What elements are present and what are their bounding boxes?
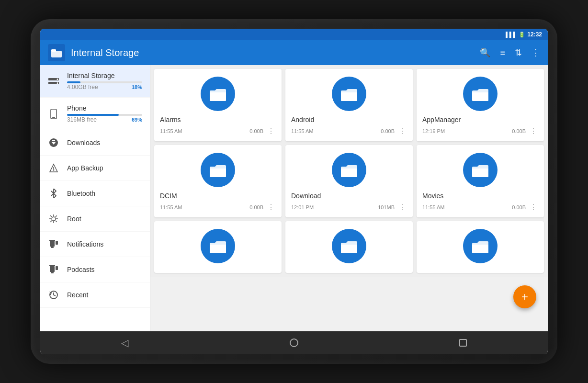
sidebar-item-phone[interactable]: Phone 316MB free 69% xyxy=(40,98,150,130)
bluetooth-label: Bluetooth xyxy=(67,190,95,197)
internal-storage-percent: 18% xyxy=(132,84,142,90)
app-bar-title: Internal Storage xyxy=(71,47,474,58)
internal-storage-sublabel: 4.00GB free xyxy=(67,84,98,90)
nav-home-button[interactable] xyxy=(283,331,305,354)
folder-download-icon xyxy=(332,153,366,187)
svg-rect-25 xyxy=(51,247,54,248)
folder-dcim-icon xyxy=(201,153,235,187)
folder-android-time: 11:55 AM xyxy=(291,128,378,134)
podcasts-label: Podcasts xyxy=(67,266,95,273)
svg-rect-26 xyxy=(56,241,58,245)
folder-movies-size: 0.00B xyxy=(512,204,526,210)
folder-dcim[interactable]: DCIM 11:55 AM 0.00B ⋮ xyxy=(154,145,282,217)
app-icon xyxy=(48,44,65,61)
sidebar-item-podcasts[interactable]: Podcasts xyxy=(40,257,150,282)
status-time: 12:32 xyxy=(527,31,542,38)
folder-partial-1-icon xyxy=(201,229,235,263)
folder-alarms-size: 0.00B xyxy=(249,128,263,134)
sidebar-item-notifications[interactable]: Notifications xyxy=(40,232,150,257)
sidebar-item-downloads[interactable]: Downloads xyxy=(40,130,150,156)
folder-download[interactable]: Download 12:01 PM 101MB ⋮ xyxy=(285,145,413,217)
internal-storage-label: Internal Storage xyxy=(67,72,142,79)
folder-alarms-name: Alarms xyxy=(160,116,276,124)
internal-storage-content: Internal Storage 4.00GB free 18% xyxy=(67,72,142,90)
folder-android-icon xyxy=(332,77,366,111)
main-content: Internal Storage 4.00GB free 18% xyxy=(40,65,548,331)
svg-rect-28 xyxy=(49,265,55,266)
more-icon[interactable]: ⋮ xyxy=(531,47,540,58)
folder-movies-time: 11:55 AM xyxy=(422,204,509,210)
folder-partial-2-icon xyxy=(332,229,366,263)
folder-movies[interactable]: Movies 11:55 AM 0.00B ⋮ xyxy=(417,145,544,217)
svg-rect-10 xyxy=(52,140,55,141)
status-icons: ▌▌▌ 🔋 12:32 xyxy=(506,31,542,38)
folder-appmanager-time: 12:19 PM xyxy=(422,128,509,134)
bottom-nav: ◁ xyxy=(40,331,548,354)
svg-rect-24 xyxy=(49,240,55,241)
sidebar-item-recent[interactable]: Recent xyxy=(40,282,150,308)
folder-android-more[interactable]: ⋮ xyxy=(397,125,407,136)
app-bar: Internal Storage 🔍 ≡ ⇅ ⋮ xyxy=(40,40,548,65)
svg-point-5 xyxy=(57,82,58,84)
home-icon xyxy=(290,338,298,347)
folder-download-more[interactable]: ⋮ xyxy=(397,202,407,213)
folder-alarms-icon xyxy=(201,77,235,111)
folder-appmanager-icon xyxy=(463,77,498,111)
sidebar-item-app-backup[interactable]: App Backup xyxy=(40,156,150,181)
folder-download-meta: 12:01 PM 101MB ⋮ xyxy=(291,202,407,213)
svg-point-4 xyxy=(57,79,58,80)
app-backup-label: App Backup xyxy=(67,164,103,172)
folder-dcim-size: 0.00B xyxy=(249,204,263,210)
recent-icon xyxy=(48,289,59,301)
folder-movies-more[interactable]: ⋮ xyxy=(529,202,538,213)
status-bar: ▌▌▌ 🔋 12:32 xyxy=(40,29,548,40)
folder-dcim-more[interactable]: ⋮ xyxy=(266,202,276,213)
back-icon: ◁ xyxy=(121,337,128,349)
svg-rect-23 xyxy=(50,241,55,247)
folder-movies-icon xyxy=(463,153,498,187)
tablet-frame: ▌▌▌ 🔋 12:32 Internal Storage 🔍 ≡ ⇅ ⋮ xyxy=(31,19,557,364)
phone-percent: 69% xyxy=(132,117,142,123)
sort-icon[interactable]: ⇅ xyxy=(515,47,522,58)
folder-appmanager-name: AppManager xyxy=(422,116,538,124)
folder-dcim-meta: 11:55 AM 0.00B ⋮ xyxy=(160,202,276,213)
svg-rect-29 xyxy=(51,272,54,273)
nav-back-button[interactable]: ◁ xyxy=(113,331,136,354)
nav-recent-button[interactable] xyxy=(452,331,475,354)
svg-rect-27 xyxy=(50,266,55,272)
search-icon[interactable]: 🔍 xyxy=(480,47,490,58)
folder-android-meta: 11:55 AM 0.00B ⋮ xyxy=(291,125,407,136)
fab-button[interactable]: + xyxy=(513,285,536,308)
folder-alarms[interactable]: Alarms 11:55 AM 0.00B ⋮ xyxy=(154,69,282,141)
sidebar-item-root[interactable]: Root xyxy=(40,206,150,232)
root-label: Root xyxy=(67,215,81,223)
tablet-screen: ▌▌▌ 🔋 12:32 Internal Storage 🔍 ≡ ⇅ ⋮ xyxy=(40,29,548,354)
svg-line-19 xyxy=(50,215,52,217)
phone-sublabel: 316MB free xyxy=(67,116,97,123)
folder-partial-1[interactable] xyxy=(154,221,282,273)
folder-partial-2[interactable] xyxy=(285,221,413,273)
folder-download-time: 12:01 PM xyxy=(291,204,375,210)
folder-movies-meta: 11:55 AM 0.00B ⋮ xyxy=(422,202,538,213)
recent-apps-icon xyxy=(459,339,467,347)
folder-alarms-meta: 11:55 AM 0.00B ⋮ xyxy=(160,125,276,136)
notifications-icon xyxy=(48,238,59,250)
sidebar-item-internal-storage[interactable]: Internal Storage 4.00GB free 18% xyxy=(40,65,150,98)
folder-appmanager[interactable]: AppManager 12:19 PM 0.00B ⋮ xyxy=(417,69,544,141)
folder-download-size: 101MB xyxy=(378,204,395,210)
folder-appmanager-more[interactable]: ⋮ xyxy=(529,125,538,136)
folder-partial-3[interactable] xyxy=(417,221,544,273)
recent-label: Recent xyxy=(67,291,88,299)
bluetooth-icon xyxy=(48,188,59,199)
svg-point-14 xyxy=(52,217,56,221)
folder-grid: Alarms 11:55 AM 0.00B ⋮ xyxy=(150,65,548,277)
downloads-label: Downloads xyxy=(67,139,100,146)
folder-android-size: 0.00B xyxy=(381,128,395,134)
podcasts-icon xyxy=(48,264,59,275)
folder-alarms-more[interactable]: ⋮ xyxy=(266,125,276,136)
folder-android-name: Android xyxy=(291,116,407,124)
folder-dcim-name: DCIM xyxy=(160,192,276,200)
list-view-icon[interactable]: ≡ xyxy=(500,48,505,58)
folder-android[interactable]: Android 11:55 AM 0.00B ⋮ xyxy=(285,69,413,141)
sidebar-item-bluetooth[interactable]: Bluetooth xyxy=(40,181,150,206)
